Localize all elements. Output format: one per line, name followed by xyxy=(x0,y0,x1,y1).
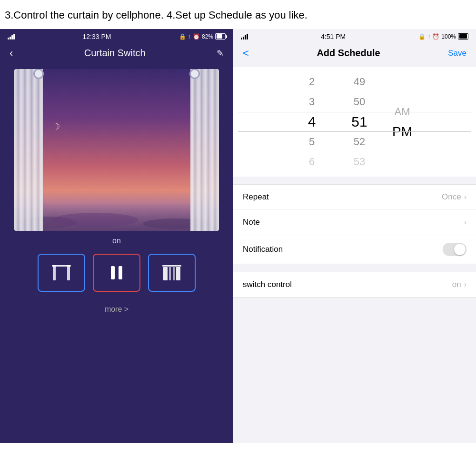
lock-icon: 🔒 xyxy=(179,33,186,40)
left-edit-button[interactable]: ✎ xyxy=(217,48,224,59)
alarm-icon: ⏰ xyxy=(193,33,200,40)
note-chevron: › xyxy=(464,218,466,227)
note-label: Note xyxy=(243,218,260,227)
switch-control-chevron: › xyxy=(464,280,466,289)
more-link[interactable]: more > xyxy=(0,305,233,314)
time-picker[interactable]: 1 2 3 4 5 6 7 48 49 50 51 52 53 54 xyxy=(233,67,476,177)
svg-rect-9 xyxy=(176,267,180,280)
left-header: ‹ Curtain Switch ✎ xyxy=(0,44,233,64)
location-icon: ↑ xyxy=(188,33,191,40)
switch-control-row[interactable]: switch control on › xyxy=(233,272,476,297)
left-battery-percent: 82% xyxy=(202,33,213,40)
svg-rect-7 xyxy=(169,267,171,280)
notification-row[interactable]: Notification xyxy=(233,235,476,264)
right-battery-icon xyxy=(458,33,468,40)
right-header: < Add Schedule Save xyxy=(233,44,476,64)
hour-picker-col[interactable]: 1 2 3 4 5 6 7 xyxy=(288,67,336,177)
curtain-panel-right xyxy=(190,69,219,231)
right-back-button[interactable]: < xyxy=(243,47,249,60)
am-item[interactable]: AM xyxy=(395,102,410,122)
hour-item-1[interactable]: 1 xyxy=(288,67,336,72)
hour-item-6[interactable]: 6 xyxy=(288,152,336,172)
note-value-area: › xyxy=(464,218,466,227)
right-screen-title: Add Schedule xyxy=(317,48,380,59)
left-back-button[interactable]: ‹ xyxy=(10,47,13,60)
hour-item-4[interactable]: 4 xyxy=(288,112,336,132)
left-status-right: 🔒 ↑ ⏰ 82% xyxy=(179,33,226,40)
switch-control-value-area: on › xyxy=(452,280,466,289)
pause-button[interactable] xyxy=(93,254,140,292)
switch-control-value: on xyxy=(452,280,461,289)
svg-rect-6 xyxy=(163,267,168,280)
right-screen: 4:51 PM 🔒 ↑ ⏰ 100% < Add Schedule Save 1 xyxy=(233,29,476,443)
right-lock-icon: 🔒 xyxy=(418,33,426,40)
right-battery-percent: 100% xyxy=(441,33,456,40)
rod-circle-left xyxy=(33,69,44,79)
minute-item-54[interactable]: 54 xyxy=(336,172,383,177)
left-screen-title: Curtain Switch xyxy=(84,48,146,59)
hour-item-5[interactable]: 5 xyxy=(288,132,336,152)
left-status-time: 12:33 PM xyxy=(83,33,111,40)
control-buttons xyxy=(14,254,219,292)
minute-item-49[interactable]: 49 xyxy=(336,72,383,92)
right-status-time: 4:51 PM xyxy=(321,33,346,40)
notification-label: Notification xyxy=(243,245,283,254)
svg-rect-4 xyxy=(119,266,122,279)
toggle-thumb xyxy=(454,244,466,255)
curtain-panel-left xyxy=(14,69,43,231)
repeat-label: Repeat xyxy=(243,192,269,202)
hour-item-3[interactable]: 3 xyxy=(288,92,336,112)
svg-rect-2 xyxy=(52,265,71,267)
right-signal-area xyxy=(241,34,248,40)
clouds xyxy=(14,202,219,231)
notification-toggle[interactable] xyxy=(443,243,466,256)
pm-item[interactable]: PM xyxy=(392,122,412,142)
minute-item-53[interactable]: 53 xyxy=(336,152,383,172)
left-battery-icon xyxy=(215,33,226,40)
minute-picker-col[interactable]: 48 49 50 51 52 53 54 xyxy=(336,67,383,177)
repeat-chevron: › xyxy=(464,193,466,201)
right-status-bar: 4:51 PM 🔒 ↑ ⏰ 100% xyxy=(233,29,476,44)
minute-item-50[interactable]: 50 xyxy=(336,92,383,112)
settings-section-1: Repeat Once › Note › Notification xyxy=(233,184,476,264)
right-location-icon: ↑ xyxy=(427,33,430,40)
rod-circle-right xyxy=(189,69,200,79)
ampm-picker-col[interactable]: AM PM xyxy=(383,67,421,177)
curtain-scene: ☽ xyxy=(14,69,219,231)
svg-rect-8 xyxy=(173,267,175,280)
repeat-row[interactable]: Repeat Once › xyxy=(233,185,476,210)
repeat-value-area: Once › xyxy=(442,192,466,202)
hour-item-7[interactable]: 7 xyxy=(288,172,336,177)
svg-rect-0 xyxy=(53,265,56,280)
minute-item-52[interactable]: 52 xyxy=(336,132,383,152)
right-status-right: 🔒 ↑ ⏰ 100% xyxy=(418,33,468,40)
hour-item-2[interactable]: 2 xyxy=(288,72,336,92)
right-signal-icon xyxy=(241,34,248,40)
right-alarm-icon: ⏰ xyxy=(432,33,439,40)
repeat-value: Once xyxy=(442,192,461,202)
svg-rect-5 xyxy=(162,265,181,267)
open-button[interactable] xyxy=(38,254,85,292)
minute-item-51[interactable]: 51 xyxy=(336,112,383,132)
moon-symbol: ☽ xyxy=(52,121,60,132)
minute-item-48[interactable]: 48 xyxy=(336,67,383,72)
left-screen: 12:33 PM 🔒 ↑ ⏰ 82% ‹ Curtain Switch ✎ xyxy=(0,29,233,443)
switch-control-label: switch control xyxy=(243,280,292,289)
instruction-text: 3.Control the curtain by cellphone. 4.Se… xyxy=(0,0,476,29)
note-row[interactable]: Note › xyxy=(233,210,476,235)
cloud-2 xyxy=(52,213,138,227)
settings-section-2: switch control on › xyxy=(233,272,476,298)
curtain-status: on xyxy=(0,237,233,245)
svg-rect-1 xyxy=(67,265,70,280)
svg-rect-3 xyxy=(111,266,115,279)
screens-container: 12:33 PM 🔒 ↑ ⏰ 82% ‹ Curtain Switch ✎ xyxy=(0,29,476,443)
left-status-bar: 12:33 PM 🔒 ↑ ⏰ 82% xyxy=(0,29,233,44)
left-signal-area xyxy=(8,34,15,40)
signal-icon xyxy=(8,34,15,40)
close-button[interactable] xyxy=(148,254,196,292)
right-save-button[interactable]: Save xyxy=(448,49,466,58)
